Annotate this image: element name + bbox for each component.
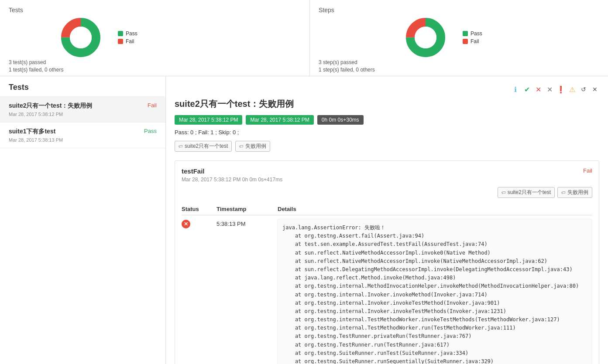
steps-donut-chart [406,18,445,57]
pass-label: Pass [126,31,137,37]
test-item-time-0: Mar 28, 2017 5:38:12 PM [9,112,157,117]
svg-point-2 [70,27,92,48]
detail-header: ℹ ✔ ✕ ✕ ❗ ⚠ ↺ ✕ suite2只有一个test：失败用例 Mar … [175,85,599,152]
step-time: Mar 28, 2017 5:38:12 PM 0h 0m 0s+417ms [182,177,592,183]
step-error-details: java.lang.AssertionError: 失败啦！ at org.te… [278,219,592,364]
x-dark-icon[interactable]: ✕ [545,85,554,94]
step-tag-0: 🏷 suite2只有一个test [498,187,555,198]
test-item-time-1: Mar 28, 2017 5:38:13 PM [9,137,157,143]
undo-icon[interactable]: ↺ [579,85,588,94]
test-item-0[interactable]: suite2只有一个test：失败用例 Fail Mar 28, 2017 5:… [0,97,165,122]
step-name: testFail [182,167,205,175]
step-tag-1: 🏷 失败用例 [557,187,592,198]
exclaim-icon[interactable]: ❗ [556,85,565,94]
tests-failed-stat: 1 test(s) failed, 0 others [9,67,301,73]
steps-failed-stat: 1 step(s) failed, 0 others [319,67,599,73]
step-error-row: ✕ 5:38:13 PM java.lang.AssertionError: 失… [182,215,592,364]
steps-title: Steps [319,7,599,14]
step-tag-icon-0: 🏷 [502,190,506,195]
left-panel: Tests suite2只有一个test：失败用例 Fail Mar 28, 2… [0,76,166,364]
test-step-card: testFail Fail Mar 28, 2017 5:38:12 PM 0h… [175,160,599,364]
tag-icon-0: 🏷 [179,144,183,149]
steps-pass-dot [463,31,468,36]
x-red-icon[interactable]: ✕ [534,85,543,94]
tag-icon-1: 🏷 [239,144,244,149]
fail-label: Fail [126,38,134,44]
pass-dot [118,31,123,36]
steps-pass-label: Pass [471,31,482,37]
step-error-timestamp: 5:38:13 PM [216,219,269,227]
tag-label-1: 失败用例 [245,143,266,150]
tests-title: Tests [9,7,301,14]
tag-0: 🏷 suite2只有一个test [175,141,232,152]
steps-fail-label: Fail [471,38,479,44]
steps-stats: 3 step(s) passed 1 step(s) failed, 0 oth… [319,59,599,74]
step-tag-icon-1: 🏷 [561,190,566,195]
detail-title: suite2只有一个test：失败用例 [175,98,599,110]
action-icons-row: ℹ ✔ ✕ ✕ ❗ ⚠ ↺ ✕ [175,85,599,94]
start-time-badge: Mar 28, 2017 5:38:12 PM [175,115,242,125]
steps-summary: Steps Pass Fail 3 step [310,0,608,76]
tests-stats: 3 test(s) passed 1 test(s) failed, 0 oth… [9,59,301,74]
duration-badge: 0h 0m 0s+30ms [317,115,364,125]
step-tags-row: 🏷 suite2只有一个test 🏷 失败用例 [182,187,592,198]
error-icon: ✕ [182,220,190,228]
col-header-timestamp: Timestamp [216,206,269,212]
step-tag-label-0: suite2只有一个test [508,189,551,196]
tests-legend: Pass Fail [118,31,137,44]
tag-label-0: suite2只有一个test [185,143,228,150]
end-time-badge: Mar 28, 2017 5:38:12 PM [246,115,313,125]
test-item-status-0: Fail [148,102,157,109]
test-item-name-0: suite2只有一个test：失败用例 [9,102,148,110]
close-icon[interactable]: ✕ [591,85,599,94]
detail-tags-row: 🏷 suite2只有一个test 🏷 失败用例 [175,141,599,152]
step-table-header: Status Timestamp Details [182,203,592,215]
step-error-status: ✕ [182,219,208,228]
step-header: testFail Fail [182,167,592,175]
warn-icon[interactable]: ⚠ [568,85,577,94]
col-header-details: Details [278,206,592,212]
check-icon[interactable]: ✔ [522,85,531,94]
step-status: Fail [583,167,592,174]
step-tag-label-1: 失败用例 [567,189,588,196]
steps-legend: Pass Fail [463,31,482,44]
test-item-1[interactable]: suite1下有多test Pass Mar 28, 2017 5:38:13 … [0,122,165,148]
timestamp-row: Mar 28, 2017 5:38:12 PM Mar 28, 2017 5:3… [175,115,599,125]
steps-fail-dot [463,39,468,44]
info-icon[interactable]: ℹ [511,85,520,94]
tests-summary: Tests Pass Fail [0,0,310,76]
tests-passed-stat: 3 test(s) passed [9,59,301,65]
steps-passed-stat: 3 step(s) passed [319,59,599,65]
tests-donut-chart [61,18,100,57]
pass-fail-line: Pass: 0 ; Fail: 1 ; Skip: 0 ; [175,129,599,136]
right-panel: ℹ ✔ ✕ ✕ ❗ ⚠ ↺ ✕ suite2只有一个test：失败用例 Mar … [166,76,608,364]
col-header-status: Status [182,206,208,212]
left-panel-title: Tests [0,76,165,97]
svg-point-5 [415,27,436,48]
fail-dot [118,39,123,44]
tag-1: 🏷 失败用例 [235,141,270,152]
test-item-name-1: suite1下有多test [9,128,144,136]
test-item-status-1: Pass [144,128,157,134]
